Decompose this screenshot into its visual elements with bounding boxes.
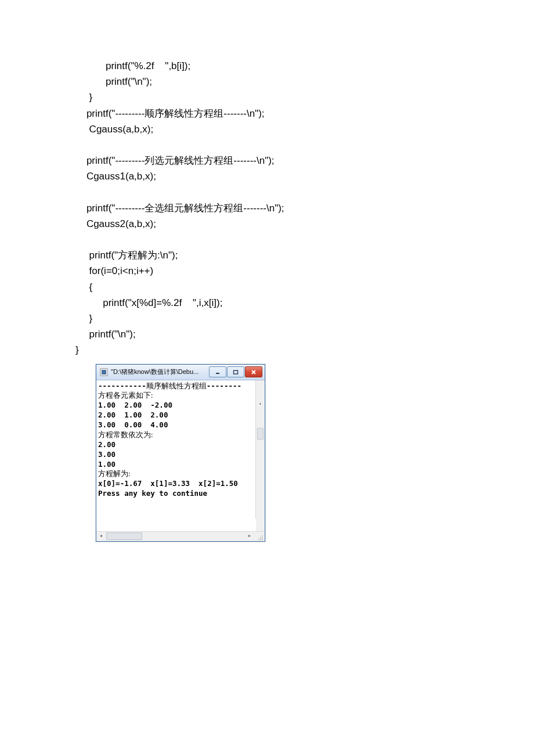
console-line: 2.00 1.00 2.00: [98, 411, 168, 419]
console-output: -----------顺序解线性方程组-------- 方程各元素如下: 1.0…: [96, 380, 265, 531]
svg-point-8: [262, 537, 263, 538]
console-window: "D:\猪猪know\数值计算\Debu... -----------顺序解线性…: [96, 364, 265, 542]
scroll-track[interactable]: [256, 428, 265, 531]
svg-point-9: [258, 539, 259, 540]
window-titlebar[interactable]: "D:\猪猪know\数值计算\Debu...: [96, 365, 265, 380]
scroll-left-arrow-icon[interactable]: ◂: [96, 532, 105, 541]
console-line: 2.00: [98, 440, 116, 449]
code-line: printf("%.2f ",b[i]);: [75, 60, 190, 71]
scroll-thumb[interactable]: [106, 532, 142, 540]
scroll-track[interactable]: [105, 533, 245, 539]
console-line: -----------顺序解线性方程组--------: [98, 381, 241, 390]
scroll-thumb[interactable]: [257, 428, 264, 440]
code-line: {: [75, 282, 92, 293]
code-line: Cgauss(a,b,x);: [75, 124, 153, 135]
svg-point-11: [262, 539, 263, 540]
code-line: printf("---------全选组元解线性方程组-------\n");: [75, 203, 284, 214]
code-line: printf("---------列选元解线性方程组-------\n");: [75, 155, 275, 166]
source-code-block: printf("%.2f ",b[i]); printf("\n"); } pr…: [75, 58, 464, 358]
app-icon: [100, 368, 108, 376]
horizontal-scrollbar[interactable]: ◂ ▸: [96, 531, 265, 541]
maximize-button[interactable]: [227, 366, 244, 377]
console-line: 1.00 2.00 -2.00: [98, 401, 172, 409]
document-page: printf("%.2f ",b[i]); printf("\n"); } pr…: [0, 0, 534, 565]
svg-point-10: [260, 539, 261, 540]
code-line: Cgauss1(a,b,x);: [75, 171, 156, 182]
console-line: x[0]=-1.67 x[1]=3.33 x[2]=1.50: [98, 479, 238, 488]
minimize-button[interactable]: [209, 366, 226, 377]
svg-rect-1: [102, 370, 106, 375]
close-button[interactable]: [245, 366, 262, 377]
code-line: }: [75, 313, 92, 324]
code-line: printf("---------顺序解线性方程组-------\n");: [75, 108, 265, 119]
code-line: }: [75, 92, 92, 103]
console-line: Press any key to continue: [98, 489, 207, 498]
svg-point-6: [262, 535, 263, 537]
svg-rect-3: [234, 370, 238, 374]
vertical-scrollbar[interactable]: ▴ ▾: [255, 380, 265, 519]
code-line: printf("\n");: [75, 76, 152, 87]
code-line: printf("\n");: [75, 329, 136, 340]
scroll-up-arrow-icon[interactable]: ▴: [256, 399, 265, 408]
console-line: 方程常数依次为:: [98, 431, 153, 439]
console-line: 1.00: [98, 460, 116, 469]
console-line: 3.00: [98, 450, 116, 459]
code-line: printf("x[%d]=%.2f ",i,x[i]);: [75, 297, 222, 308]
resize-grip-icon[interactable]: [254, 531, 265, 542]
window-title: "D:\猪猪know\数值计算\Debu...: [111, 367, 208, 377]
console-line: 方程各元素如下:: [98, 391, 153, 399]
window-buttons: [208, 366, 262, 377]
svg-point-7: [260, 537, 261, 538]
code-line: Cgauss2(a,b,x);: [75, 218, 156, 229]
code-line: printf("方程解为:\n");: [75, 250, 178, 261]
code-line: for(i=0;i<n;i++): [75, 265, 153, 276]
code-line: }: [75, 344, 79, 355]
console-line: 3.00 0.00 4.00: [98, 420, 168, 429]
console-line: 方程解为:: [98, 470, 130, 478]
scroll-right-arrow-icon[interactable]: ▸: [245, 532, 254, 541]
